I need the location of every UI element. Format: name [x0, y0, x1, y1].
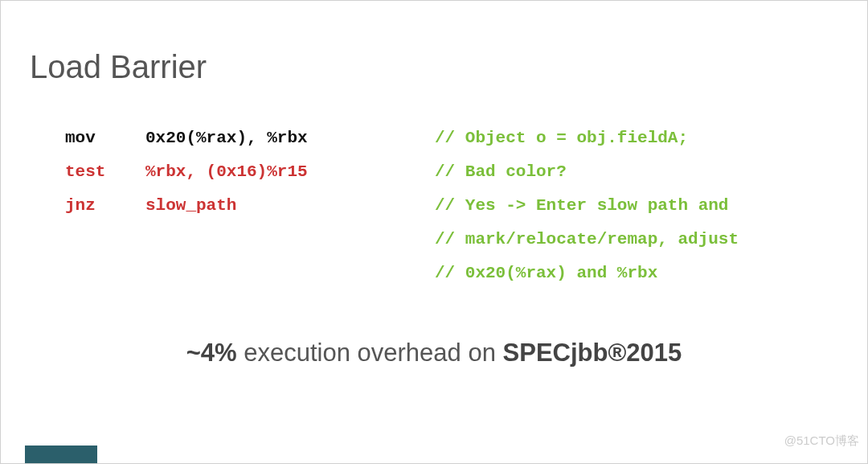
operand: %rbx, (0x16)%r15: [145, 155, 435, 189]
operand: 0x20(%rax), %rbx: [145, 121, 435, 155]
comment: // Yes -> Enter slow path and: [435, 189, 728, 223]
caption-mid: execution overhead on: [237, 339, 503, 367]
slide-title: Load Barrier: [30, 49, 207, 85]
opcode: jnz: [65, 189, 145, 223]
opcode: test: [65, 155, 145, 189]
operand: [145, 257, 435, 290]
opcode: [65, 223, 145, 257]
caption-percent: ~4%: [186, 339, 237, 367]
operand: [145, 223, 435, 257]
code-block: mov 0x20(%rax), %rbx // Object o = obj.f…: [65, 121, 819, 290]
slide: Load Barrier mov 0x20(%rax), %rbx // Obj…: [0, 0, 868, 464]
comment: // Object o = obj.fieldA;: [435, 121, 688, 155]
watermark: @51CTO博客: [784, 433, 859, 449]
operand: slow_path: [145, 189, 435, 223]
comment: // 0x20(%rax) and %rbx: [435, 257, 657, 290]
code-row: jnz slow_path // Yes -> Enter slow path …: [65, 189, 819, 223]
footer-accent: [25, 446, 97, 463]
opcode: [65, 257, 145, 290]
comment: // mark/relocate/remap, adjust: [435, 223, 739, 257]
code-row: // mark/relocate/remap, adjust: [65, 223, 819, 257]
caption: ~4% execution overhead on SPECjbb®2015: [1, 339, 867, 368]
caption-suffix: SPECjbb®2015: [503, 339, 682, 367]
code-row: // 0x20(%rax) and %rbx: [65, 257, 819, 290]
code-row: test %rbx, (0x16)%r15 // Bad color?: [65, 155, 819, 189]
opcode: mov: [65, 121, 145, 155]
comment: // Bad color?: [435, 155, 567, 189]
code-row: mov 0x20(%rax), %rbx // Object o = obj.f…: [65, 121, 819, 155]
